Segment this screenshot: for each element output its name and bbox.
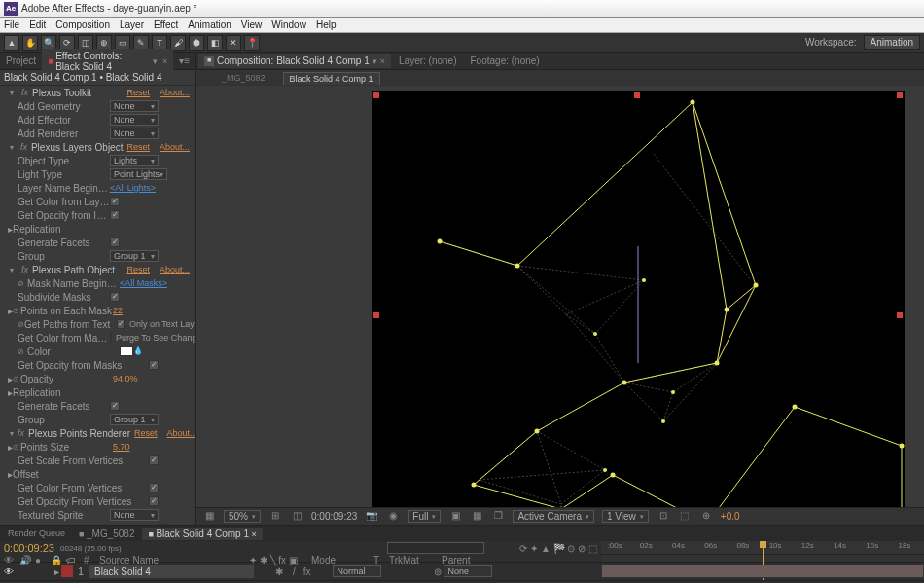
object-type-dd[interactable]: Lights — [110, 155, 159, 166]
add-geometry-dd[interactable]: None — [110, 100, 159, 112]
col-source-name[interactable]: Source Name — [99, 555, 245, 565]
col-mode[interactable]: Mode — [311, 555, 370, 565]
stamp-tool[interactable]: ⬢ — [189, 35, 204, 51]
add-renderer-label: Add Renderer — [18, 128, 110, 139]
svg-point-16 — [642, 278, 646, 282]
tl-tab-mg[interactable]: ■ _MG_5082 — [73, 528, 140, 540]
color-swatch[interactable] — [120, 346, 133, 356]
layer-name[interactable]: Black Solid 4 — [89, 565, 254, 578]
sprite-dd[interactable]: None — [110, 509, 159, 521]
center-panel: ■Composition: Black Solid 4 Comp 1▾× Lay… — [196, 53, 924, 525]
3d-icon[interactable]: ❒ — [491, 510, 505, 524]
layer-row[interactable]: 👁 ▸ 1 Black Solid 4 ✱/fx Normal ⊚ None — [0, 563, 924, 580]
timeline-panel: Render Queue ■ _MG_5082 ■ Black Solid 4 … — [0, 525, 924, 583]
eraser-tool[interactable]: ◧ — [207, 35, 223, 51]
plexus-path-header[interactable]: ▾fxPlexus Path ObjectResetAbout... — [0, 263, 195, 276]
light-type-dd[interactable]: Point Lights — [110, 168, 167, 180]
layer-tab[interactable]: Layer: (none) — [393, 54, 462, 68]
parent-dd[interactable]: None — [444, 565, 492, 577]
persp-aware-chk[interactable]: ✓ — [159, 524, 168, 525]
menu-edit[interactable]: Edit — [29, 19, 46, 30]
svg-point-3 — [754, 283, 759, 288]
subdivide-chk[interactable]: ✓ — [110, 292, 120, 302]
composition-tab[interactable]: ■Composition: Black Solid 4 Comp 1▾× — [198, 54, 391, 68]
resolution-dd[interactable]: Full — [408, 510, 441, 523]
hand-tool[interactable]: ✋ — [22, 35, 38, 51]
plexus-layers-header[interactable]: ▾fxPlexus Layers ObjectResetAbout... — [0, 140, 195, 154]
menu-layer[interactable]: Layer — [120, 19, 144, 30]
col-trkmat[interactable]: TrkMat — [389, 555, 438, 565]
menu-file[interactable]: File — [4, 19, 19, 30]
mask-name-link[interactable]: <All Masks> — [120, 278, 167, 288]
svg-point-20 — [603, 468, 607, 472]
blend-mode-dd[interactable]: Normal — [333, 565, 381, 577]
workspace-label: Workspace: — [805, 37, 857, 48]
menu-animation[interactable]: Animation — [188, 19, 231, 30]
panel-menu-icon[interactable]: ▾≡ — [173, 54, 195, 68]
alpha-icon[interactable]: ▦ — [202, 510, 216, 524]
menu-window[interactable]: Window — [271, 19, 306, 30]
add-renderer-dd[interactable]: None — [110, 128, 159, 139]
svg-point-4 — [725, 308, 729, 312]
views-dd[interactable]: 1 View — [602, 510, 649, 523]
visibility-toggle[interactable]: 👁 — [4, 566, 16, 577]
left-panel: Project ■Effect Controls: Black Solid 4▾… — [0, 53, 196, 525]
search-input[interactable] — [387, 542, 484, 554]
camera-dd[interactable]: Active Camera — [513, 510, 594, 523]
layer-name-link[interactable]: <All Lights> — [110, 183, 156, 193]
safe-zones-icon[interactable]: ⊞ — [268, 510, 282, 524]
svg-point-19 — [661, 419, 665, 423]
opacity-verts-chk[interactable]: ✓ — [149, 496, 159, 506]
subtab-mg[interactable]: _MG_5082 — [216, 72, 271, 84]
opacity-val[interactable]: 94.0% — [113, 374, 138, 383]
svg-point-8 — [472, 483, 477, 488]
eyedropper-icon[interactable]: 💧 — [133, 346, 145, 356]
tl-tab-bs[interactable]: ■ Black Solid 4 Comp 1 × — [142, 528, 262, 540]
get-paths-chk[interactable]: ✓ — [117, 319, 125, 329]
transparency-icon[interactable]: ▦ — [470, 510, 483, 524]
scale-verts-chk[interactable]: ✓ — [149, 455, 159, 465]
puppet-tool[interactable]: 📍 — [244, 35, 260, 51]
roto-tool[interactable]: ✕ — [226, 35, 241, 51]
snapshot-icon[interactable]: 📷 — [365, 510, 378, 524]
svg-point-0 — [438, 239, 443, 244]
project-tab[interactable]: Project — [0, 54, 42, 68]
layer-color-label[interactable] — [61, 565, 73, 577]
footage-tab[interactable]: Footage: (none) — [465, 54, 546, 68]
opacity-masks-chk[interactable]: ✓ — [149, 360, 159, 370]
window-titlebar: Ae Adobe After Effects - daye-guanyin.ae… — [0, 0, 924, 18]
points-size-val[interactable]: 5.70 — [113, 442, 130, 452]
time-ruler[interactable]: :00s 02s 04s 06s 08s 10s 12s 14s 16s 18s — [601, 541, 924, 555]
current-time[interactable]: 0:00:09:23 — [4, 542, 54, 554]
points-val[interactable]: 22 — [113, 306, 123, 315]
menu-view[interactable]: View — [241, 19, 263, 30]
layer-duration-bar[interactable] — [601, 565, 924, 578]
gen-facets-chk[interactable]: ✓ — [110, 237, 120, 247]
menu-effect[interactable]: Effect — [154, 19, 178, 30]
subtab-bs[interactable]: Black Solid 4 Comp 1 — [283, 72, 380, 85]
selection-tool[interactable]: ▲ — [4, 35, 19, 51]
svg-point-9 — [559, 507, 564, 508]
workspace-dropdown[interactable]: Animation — [864, 35, 920, 50]
roi-icon[interactable]: ▣ — [448, 510, 462, 524]
gen-facets-chk2[interactable]: ✓ — [110, 401, 120, 411]
menu-composition[interactable]: Composition — [55, 19, 110, 30]
render-queue-tab[interactable]: Render Queue — [2, 528, 71, 539]
zoom-dd[interactable]: 50% — [224, 510, 261, 523]
color-masks-chk[interactable] — [110, 333, 112, 343]
timecode-display[interactable]: 0:00:09:23 — [311, 511, 357, 522]
menu-help[interactable]: Help — [316, 19, 337, 30]
group-dd2[interactable]: Group 1 — [110, 414, 159, 425]
opacity-int-chk[interactable]: ✓ — [110, 210, 120, 220]
add-effector-dd[interactable]: None — [110, 114, 159, 126]
color-layers-chk[interactable]: ✓ — [110, 197, 120, 206]
plexus-toolkit-header[interactable]: ▾fxPlexus ToolkitResetAbout... — [0, 86, 195, 99]
color-verts-chk[interactable]: ✓ — [149, 483, 159, 492]
col-parent[interactable]: Parent — [442, 555, 470, 565]
composition-viewport[interactable] — [196, 86, 924, 507]
exposure-val[interactable]: +0.0 — [721, 511, 740, 522]
group-dd[interactable]: Group 1 — [110, 250, 159, 262]
plexus-points-header[interactable]: ▾fxPlexus Points RendererResetAbout... — [0, 426, 195, 440]
mask-icon[interactable]: ◫ — [290, 510, 303, 524]
composition-canvas — [372, 91, 905, 507]
